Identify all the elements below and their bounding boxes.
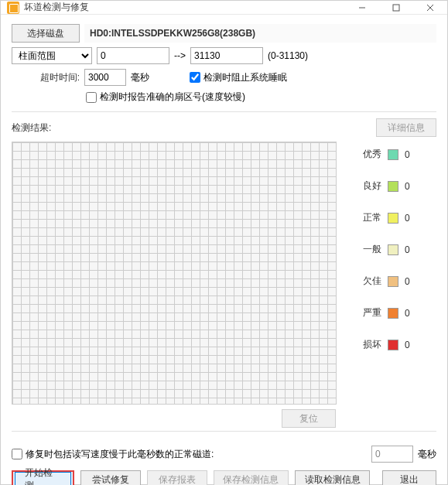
legend-swatch <box>388 213 398 224</box>
cylinder-range-hint: (0-31130) <box>268 50 308 61</box>
accurate-sector-label: 检测时报告准确的扇区号(速度较慢) <box>100 91 245 104</box>
cylinder-start-input[interactable] <box>97 47 169 64</box>
maximize-button[interactable] <box>379 1 413 14</box>
legend-label: 严重 <box>360 306 381 319</box>
reset-button[interactable]: 复位 <box>282 409 336 428</box>
save-report-button[interactable]: 保存报表 <box>147 470 207 485</box>
legend-label: 欠佳 <box>360 275 381 288</box>
legend-count: 0 <box>405 308 419 319</box>
start-scan-button[interactable]: 开始检测 <box>12 470 74 485</box>
legend-item: 良好0 <box>360 179 419 193</box>
timeout-unit: 毫秒 <box>131 71 149 84</box>
legend-count: 0 <box>405 340 419 350</box>
legend-label: 优秀 <box>360 148 381 161</box>
legend-count: 0 <box>405 149 419 160</box>
load-info-button[interactable]: 读取检测信息 <box>295 470 370 485</box>
cylinder-end-input[interactable] <box>190 47 263 64</box>
legend-item: 优秀0 <box>360 148 419 161</box>
divider-2 <box>12 431 436 432</box>
legend-label: 损坏 <box>360 338 381 351</box>
accurate-sector-input[interactable] <box>86 92 97 103</box>
cylinder-range-select[interactable]: 柱面范围 <box>12 47 92 64</box>
results-label: 检测结果: <box>12 121 376 135</box>
body-area: 优秀0良好0正常0一般0欠佳0严重0损坏0 <box>12 140 436 405</box>
repair-button[interactable]: 尝试修复 <box>80 470 141 485</box>
legend-item: 严重0 <box>360 306 419 319</box>
legend-item: 正常0 <box>360 211 419 224</box>
app-icon <box>7 2 19 14</box>
legend-label: 一般 <box>360 243 381 256</box>
legend-swatch <box>388 276 398 287</box>
block-sleep-checkbox[interactable]: 检测时阻止系统睡眠 <box>190 71 287 84</box>
legend-count: 0 <box>405 276 419 287</box>
legend-label: 良好 <box>360 179 381 193</box>
arrow-label: --> <box>174 50 186 61</box>
accurate-sector-checkbox[interactable]: 检测时报告准确的扇区号(速度较慢) <box>86 91 245 104</box>
legend-swatch <box>388 149 398 160</box>
svg-rect-1 <box>393 5 399 11</box>
save-info-button[interactable]: 保存检测信息 <box>214 470 289 485</box>
legend-item: 欠佳0 <box>360 275 419 288</box>
legend-count: 0 <box>405 181 419 192</box>
legend-count: 0 <box>405 213 419 224</box>
timeout-input[interactable] <box>84 69 126 86</box>
legend-item: 损坏0 <box>360 338 419 351</box>
window-controls <box>345 1 447 14</box>
repair-slow-checkbox[interactable]: 修复时包括读写速度慢于此毫秒数的正常磁道: <box>12 448 214 461</box>
block-sleep-input[interactable] <box>190 72 200 83</box>
select-disk-button[interactable]: 选择磁盘 <box>12 24 80 43</box>
legend-swatch <box>388 308 398 319</box>
legend-swatch <box>388 244 398 255</box>
legend-label: 正常 <box>360 211 381 224</box>
legend-swatch <box>388 340 398 350</box>
block-sleep-label: 检测时阻止系统睡眠 <box>203 71 287 84</box>
sector-grid <box>12 142 337 405</box>
title-bar: 坏道检测与修复 <box>1 1 447 15</box>
timeout-label: 超时时间: <box>12 71 80 84</box>
divider <box>12 111 436 112</box>
minimize-button[interactable] <box>345 1 379 14</box>
close-button[interactable] <box>413 1 447 14</box>
window-title: 坏道检测与修复 <box>24 1 345 14</box>
detail-button[interactable]: 详细信息 <box>376 118 436 137</box>
legend-item: 一般0 <box>360 243 419 256</box>
disk-name: HD0:INTELSSDPEKKW256G8(238GB) <box>84 24 436 43</box>
legend-swatch <box>388 181 398 192</box>
legend-count: 0 <box>405 244 419 255</box>
content: 选择磁盘 HD0:INTELSSDPEKKW256G8(238GB) 柱面范围 … <box>1 15 447 485</box>
legend: 优秀0良好0正常0一般0欠佳0严重0损坏0 <box>360 140 419 405</box>
repair-slow-input[interactable] <box>12 449 22 459</box>
repair-slow-unit: 毫秒 <box>418 448 436 461</box>
exit-button[interactable]: 退出 <box>382 470 436 485</box>
repair-slow-value[interactable] <box>371 446 413 463</box>
repair-slow-label: 修复时包括读写速度慢于此毫秒数的正常磁道: <box>26 448 214 461</box>
window: 坏道检测与修复 选择磁盘 HD0:INTELSSDPEKKW256G8(238G… <box>0 0 448 485</box>
